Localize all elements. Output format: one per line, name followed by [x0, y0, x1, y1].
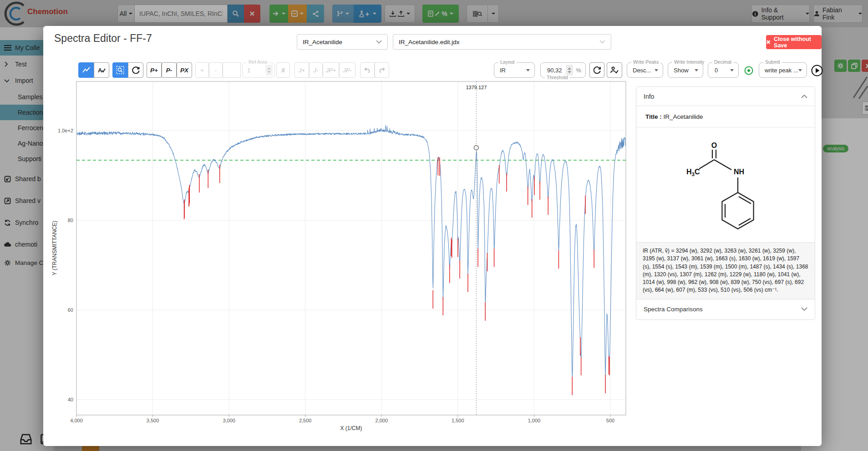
oxygen-label: O [711, 142, 717, 149]
caret-icon [695, 69, 698, 71]
info-accordion-header[interactable]: Info [636, 87, 815, 106]
amide-label: NH [734, 168, 744, 176]
svg-text:3,500: 3,500 [147, 418, 159, 423]
methyl-label: H3C [686, 168, 700, 177]
target-icon [743, 65, 755, 76]
chevron-down-icon [599, 40, 605, 44]
j-remove-button: J- [309, 62, 323, 78]
svg-text:1.0e+2: 1.0e+2 [58, 128, 73, 133]
j-add-button: J+ [294, 62, 309, 78]
person-check-icon [610, 66, 619, 74]
svg-text:4,000: 4,000 [70, 418, 83, 423]
threshold-stepper[interactable] [566, 65, 573, 76]
peak-remove-button[interactable]: P- [162, 62, 177, 78]
acetanilide-structure-drawing: O H3C NH [671, 132, 780, 237]
svg-text:1,000: 1,000 [528, 418, 541, 423]
layout-select[interactable]: Layout IR [494, 62, 535, 78]
close-icon [766, 40, 771, 45]
chevron-down-icon [801, 307, 807, 311]
auto-peak-button[interactable]: A [94, 62, 109, 78]
svg-text:2,500: 2,500 [299, 418, 312, 423]
screen: Chemotion All + [0, 0, 868, 451]
svg-text:60: 60 [68, 307, 73, 313]
redo-button [375, 62, 389, 78]
jp-add-button: JP+ [323, 62, 339, 78]
integral-clear-button: X [276, 62, 290, 78]
predict-button[interactable] [607, 62, 622, 78]
spectra-toolbar: A P+ P- PX + - Ref Area 1 X J+ J- JP+ [43, 59, 822, 82]
threshold-field[interactable]: Threshold 90,32 % [540, 62, 586, 78]
spectra-comparisons-header[interactable]: Spectra Comparisons [636, 299, 815, 319]
svg-text:A: A [98, 67, 102, 74]
chevron-down-icon [376, 40, 382, 44]
y-axis-title: Y (TRANSMITTANCE) [51, 221, 58, 275]
jp-remove-button: JP- [339, 62, 355, 78]
peak-clear-button[interactable]: PX [177, 62, 192, 78]
write-intensity-select[interactable]: Write Intensity Show [668, 62, 703, 78]
refresh-button[interactable] [589, 62, 604, 78]
undo-button [360, 62, 375, 78]
edit-file-select[interactable]: IR_Acetanilide.edit.jdx [393, 34, 611, 50]
reset-zoom-button[interactable] [128, 62, 143, 78]
spectrum-title-row: Title : IR_Acetanilide [636, 106, 815, 127]
ref-area-stepper [265, 65, 273, 76]
decimal-select[interactable]: Decimal 0 [708, 62, 739, 78]
svg-text:80: 80 [68, 218, 73, 223]
cursor-label: 1379.127 [466, 85, 487, 90]
submit-run-button[interactable] [811, 64, 823, 77]
integral-remove-button: - [209, 62, 223, 78]
caret-icon [655, 69, 658, 71]
integral-value-input [223, 62, 241, 78]
refresh-icon [594, 66, 601, 74]
play-icon [811, 64, 823, 77]
line-mode-button[interactable] [78, 62, 94, 78]
undo-icon [364, 67, 371, 73]
svg-text:40: 40 [68, 397, 73, 402]
caret-icon [730, 69, 734, 71]
caret-icon [798, 69, 802, 71]
peak-add-button[interactable]: P+ [147, 62, 162, 78]
ir-spectrum-chart[interactable]: 4,0003,5003,0002,5002,0001,5001,0005001.… [50, 80, 629, 435]
ref-area-field: Ref Area 1 [242, 62, 275, 78]
x-axis-title: X (1/CM) [340, 425, 362, 431]
redo-icon [378, 67, 386, 73]
write-peaks-select[interactable]: Write Peaks Desc... [627, 62, 663, 78]
rotate-icon [132, 66, 140, 74]
chevron-up-icon [801, 94, 807, 98]
svg-text:1,500: 1,500 [452, 418, 464, 423]
ir-peaks-text: IR (ATR, ṽ) = 3294 (w), 3292 (w), 3263 (… [636, 242, 815, 299]
target-button[interactable] [743, 65, 755, 76]
svg-text:3,000: 3,000 [223, 418, 235, 423]
zoom-area-icon [116, 66, 124, 74]
svg-text:500: 500 [606, 418, 614, 423]
svg-text:2,000: 2,000 [376, 418, 388, 423]
zoom-select-button[interactable] [112, 62, 128, 78]
molecule-structure: O H3C NH [636, 127, 815, 242]
submit-select[interactable]: Submit write peak ... [759, 62, 807, 78]
close-without-save-button[interactable]: Close without Save [766, 35, 822, 49]
a-check-icon: A [97, 66, 106, 74]
caret-icon [526, 69, 530, 71]
modal-title: Spectra Editor - FF-7 [54, 32, 152, 45]
spectra-editor-modal: Spectra Editor - FF-7 IR_Acetanilide IR_… [43, 26, 822, 446]
integral-add-button: + [195, 62, 209, 78]
info-panel: Info Title : IR_Acetanilide [636, 86, 815, 320]
spectrum-file-select[interactable]: IR_Acetanilide [297, 34, 388, 50]
line-chart-icon [82, 67, 90, 73]
